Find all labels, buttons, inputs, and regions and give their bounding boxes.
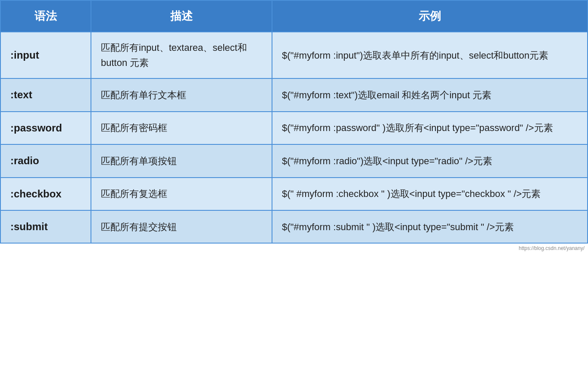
table-header-row: 语法 描述 示例 [0, 0, 588, 32]
cell-description: 匹配所有单行文本框 [91, 78, 272, 111]
cell-syntax: :input [0, 32, 91, 78]
cell-example: $("#myform :radio")选取<input type="radio"… [272, 144, 588, 177]
table-row: :text匹配所有单行文本框$("#myform :text")选取email … [0, 78, 588, 111]
footer-url: https://blog.csdn.net/yanany/ [0, 244, 588, 253]
cell-description: 匹配所有提交按钮 [91, 210, 272, 243]
main-container: 语法 描述 示例 :input匹配所有input、textarea、select… [0, 0, 588, 253]
cell-example: $("#myform :input")选取表单中所有的input、select和… [272, 32, 588, 78]
cell-example: $("#myform :text")选取email 和姓名两个input 元素 [272, 78, 588, 111]
header-example: 示例 [272, 0, 588, 32]
cell-description: 匹配所有密码框 [91, 112, 272, 144]
header-description: 描述 [91, 0, 272, 32]
table-row: :submit匹配所有提交按钮$("#myform :submit " )选取<… [0, 210, 588, 243]
table-row: :password匹配所有密码框$("#myform :password" )选… [0, 112, 588, 144]
cell-description: 匹配所有复选框 [91, 178, 272, 210]
table-row: :checkbox匹配所有复选框$(" #myform :checkbox " … [0, 178, 588, 210]
cell-syntax: :checkbox [0, 178, 91, 210]
cell-description: 匹配所有单项按钮 [91, 144, 272, 177]
cell-example: $("#myform :password" )选取所有<input type="… [272, 112, 588, 144]
header-syntax: 语法 [0, 0, 91, 32]
cell-syntax: :submit [0, 210, 91, 243]
cell-description: 匹配所有input、textarea、select和button 元素 [91, 32, 272, 78]
table-row: :input匹配所有input、textarea、select和button 元… [0, 32, 588, 78]
table-row: :radio匹配所有单项按钮$("#myform :radio")选取<inpu… [0, 144, 588, 177]
cell-example: $(" #myform :checkbox " )选取<input type="… [272, 178, 588, 210]
cell-syntax: :text [0, 78, 91, 111]
cell-syntax: :radio [0, 144, 91, 177]
jquery-selectors-table: 语法 描述 示例 :input匹配所有input、textarea、select… [0, 0, 588, 244]
cell-syntax: :password [0, 112, 91, 144]
cell-example: $("#myform :submit " )选取<input type="sub… [272, 210, 588, 243]
